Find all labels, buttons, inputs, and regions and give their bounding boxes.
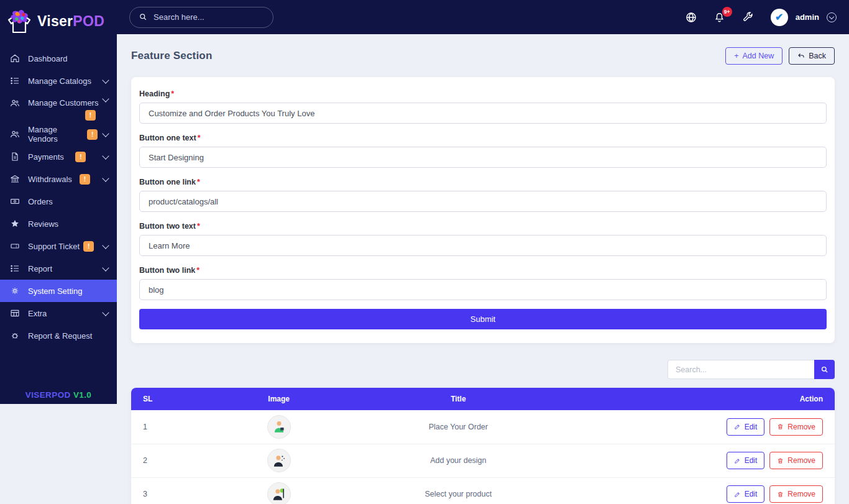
- row-title: Place Your Order: [364, 410, 554, 444]
- required-asterisk: *: [198, 134, 201, 142]
- column-header-action: Action: [553, 388, 835, 410]
- required-asterisk: *: [171, 89, 174, 98]
- button-one-link-field[interactable]: [139, 191, 827, 212]
- topbar: 9+ ✔ admin: [117, 0, 849, 34]
- brand-logo[interactable]: ViserPOD: [0, 0, 117, 41]
- sidebar: ViserPOD Dashboard Manage Catalogs Manag…: [0, 0, 117, 404]
- chevron-down-icon: [102, 152, 109, 159]
- sidebar-item-label: Report & Request: [28, 331, 92, 341]
- bug-icon: [10, 331, 20, 341]
- sidebar-item-report[interactable]: Report: [0, 257, 117, 280]
- sidebar-item-withdrawals[interactable]: Withdrawals !: [0, 168, 117, 190]
- button-one-text-field[interactable]: [139, 147, 827, 168]
- table-search-input[interactable]: [668, 360, 814, 379]
- sidebar-item-label: Orders: [28, 197, 53, 206]
- edit-button[interactable]: Edit: [727, 418, 765, 436]
- notification-count-badge: !: [87, 129, 98, 140]
- sidebar-item-manage-vendors[interactable]: Manage Vendors !: [0, 123, 117, 145]
- trash-icon: [777, 491, 784, 498]
- table-header-row: SL Image Title Action: [131, 388, 835, 410]
- sidebar-item-extra[interactable]: Extra: [0, 302, 117, 324]
- users-icon: [10, 98, 20, 108]
- feature-items-table-card: SL Image Title Action 1 Place Your Order: [131, 388, 835, 504]
- trash-icon: [777, 423, 784, 430]
- page-title: Feature Section: [131, 50, 213, 62]
- sidebar-item-label: Support Ticket: [28, 242, 80, 251]
- remove-button[interactable]: Remove: [769, 452, 823, 469]
- pencil-icon: [734, 423, 741, 430]
- sidebar-item-label: Report: [28, 264, 52, 273]
- bank-icon: [10, 174, 20, 184]
- sidebar-item-reviews[interactable]: Reviews: [0, 213, 117, 235]
- button-two-link-label: Button two link*: [139, 266, 827, 275]
- sidebar-item-payments[interactable]: Payments !: [0, 145, 117, 168]
- column-header-sl: SL: [131, 388, 195, 410]
- table-row: 3 Select your product Edit Remov: [131, 477, 835, 504]
- edit-button[interactable]: Edit: [727, 452, 765, 469]
- sidebar-item-label: Manage Customers: [28, 98, 98, 108]
- admin-menu-chevron-icon[interactable]: [827, 12, 837, 22]
- remove-button[interactable]: Remove: [769, 418, 823, 436]
- edit-button[interactable]: Edit: [727, 485, 765, 503]
- back-arrow-icon: [797, 52, 805, 60]
- feature-items-table: SL Image Title Action 1 Place Your Order: [131, 388, 835, 504]
- feature-image: [267, 482, 291, 504]
- chevron-down-icon: [102, 95, 109, 102]
- sidebar-item-dashboard[interactable]: Dashboard: [0, 47, 117, 70]
- topbar-search[interactable]: [129, 7, 273, 28]
- chevron-down-icon: [102, 242, 109, 249]
- required-asterisk: *: [197, 222, 200, 231]
- pencil-icon: [734, 491, 741, 498]
- settings-wrench-icon[interactable]: [742, 11, 755, 24]
- sidebar-nav: Dashboard Manage Catalogs Manage Custome…: [0, 47, 117, 347]
- chevron-down-icon: [102, 309, 109, 316]
- chevron-down-icon: [102, 175, 109, 181]
- pencil-icon: [734, 457, 741, 464]
- chevron-down-icon: [102, 264, 109, 271]
- chevron-down-icon: [102, 76, 109, 83]
- column-header-image: Image: [195, 388, 364, 410]
- search-input[interactable]: [154, 12, 253, 22]
- language-globe-icon[interactable]: [685, 11, 697, 24]
- sidebar-item-manage-customers[interactable]: Manage Customers !: [0, 92, 117, 123]
- sidebar-item-system-setting[interactable]: System Setting: [0, 280, 117, 302]
- sidebar-item-report-request[interactable]: Report & Request: [0, 324, 117, 347]
- button-one-link-label: Button one link*: [139, 178, 827, 186]
- star-icon: [10, 219, 20, 229]
- money-icon: [10, 196, 20, 206]
- trash-icon: [777, 457, 784, 464]
- plus-icon: +: [734, 52, 738, 60]
- remove-button[interactable]: Remove: [769, 485, 823, 503]
- table-search-button[interactable]: [814, 360, 835, 379]
- sidebar-item-support-ticket[interactable]: Support Ticket !: [0, 235, 117, 257]
- row-sl: 3: [131, 477, 195, 504]
- gear-icon: [10, 286, 20, 296]
- back-button[interactable]: Back: [789, 47, 835, 65]
- admin-avatar[interactable]: ✔: [771, 9, 788, 26]
- button-two-link-field[interactable]: [139, 279, 827, 300]
- sidebar-version: VISERPOD V1.0: [0, 390, 117, 400]
- notification-count-badge: !: [75, 152, 86, 162]
- tshirt-paint-logo-icon: [5, 7, 34, 35]
- feature-image: [267, 415, 291, 439]
- sidebar-item-label: Withdrawals: [28, 175, 72, 184]
- button-one-text-label: Button one text*: [139, 134, 827, 142]
- notification-count-badge: !: [83, 241, 94, 252]
- button-two-text-field[interactable]: [139, 235, 827, 256]
- submit-button[interactable]: Submit: [139, 309, 827, 329]
- table-icon: [10, 308, 20, 318]
- users-icon: [10, 129, 20, 139]
- notification-count-badge: !: [85, 110, 96, 121]
- chevron-down-icon: [103, 130, 109, 137]
- notifications-bell-icon[interactable]: 9+: [714, 11, 726, 24]
- sidebar-item-orders[interactable]: Orders: [0, 190, 117, 213]
- ticket-icon: [10, 241, 20, 251]
- heading-field[interactable]: [139, 103, 827, 124]
- row-sl: 2: [131, 444, 195, 477]
- notification-count-badge: 9+: [722, 7, 732, 17]
- brand-name: ViserPOD: [37, 13, 104, 30]
- feature-section-form-card: Heading* Button one text* Button one lin…: [131, 77, 835, 343]
- add-new-button[interactable]: + Add New: [725, 47, 782, 65]
- sidebar-item-manage-catalogs[interactable]: Manage Catalogs: [0, 70, 117, 92]
- column-header-title: Title: [364, 388, 554, 410]
